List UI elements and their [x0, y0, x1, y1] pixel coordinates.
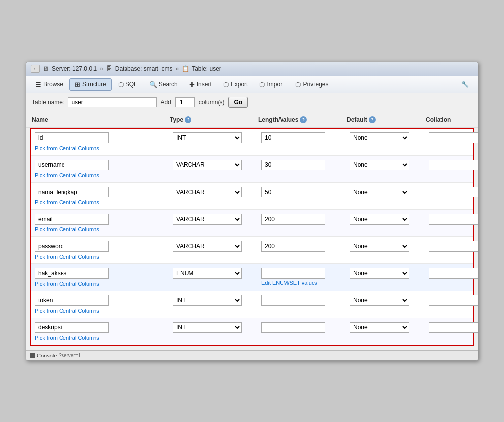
- collation-select[interactable]: [429, 268, 478, 279]
- length-cell: Edit ENUM/SET values: [259, 268, 348, 286]
- name-cell: Pick from Central Columns: [33, 132, 171, 151]
- name-cell: Pick from Central Columns: [33, 214, 171, 232]
- collation-select[interactable]: [429, 214, 478, 225]
- collation-select[interactable]: [429, 322, 478, 333]
- length-input[interactable]: [261, 268, 325, 279]
- default-select[interactable]: NoneCURRENT_TIMESTAMPNULLas defined: [350, 160, 409, 170]
- type-cell: INTVARCHARENUMTEXTDATEDATETIMEFLOATDECIM…: [171, 322, 259, 333]
- browse-icon: ☰: [35, 81, 41, 88]
- privileges-button[interactable]: ⬡ Privileges: [290, 78, 334, 91]
- pick-from-central-link[interactable]: Pick from Central Columns: [35, 335, 169, 341]
- default-select[interactable]: NoneCURRENT_TIMESTAMPNULLas defined: [350, 268, 409, 279]
- type-select[interactable]: INTVARCHARENUMTEXTDATEDATETIMEFLOATDECIM…: [173, 295, 242, 306]
- default-help-icon[interactable]: ?: [369, 116, 376, 123]
- pick-from-central-link[interactable]: Pick from Central Columns: [35, 199, 169, 205]
- pick-from-central-link[interactable]: Pick from Central Columns: [35, 281, 169, 287]
- table-name-input[interactable]: [68, 97, 157, 107]
- type-select[interactable]: INTVARCHARENUMTEXTDATEDATETIMEFLOATDECIM…: [173, 187, 242, 197]
- pick-from-central-link[interactable]: Pick from Central Columns: [35, 172, 169, 178]
- name-input[interactable]: [35, 268, 109, 279]
- collation-select[interactable]: [429, 295, 478, 306]
- name-input[interactable]: [35, 214, 109, 225]
- table-row: Pick from Central Columns INTVARCHARENUM…: [31, 210, 473, 237]
- type-select[interactable]: INTVARCHARENUMTEXTDATEDATETIMEFLOATDECIM…: [173, 132, 242, 143]
- export-button[interactable]: ⬡ Export: [218, 78, 253, 91]
- sep1: »: [100, 65, 103, 72]
- length-input[interactable]: [261, 214, 325, 225]
- name-input[interactable]: [35, 322, 109, 333]
- length-input[interactable]: [261, 187, 325, 197]
- browse-button[interactable]: ☰ Browse: [30, 78, 68, 91]
- go-button[interactable]: Go: [228, 97, 248, 108]
- header-collation: Collation: [426, 116, 478, 123]
- length-input[interactable]: [261, 241, 325, 252]
- header-type: Type ?: [170, 116, 258, 123]
- name-input[interactable]: [35, 295, 109, 306]
- header-default: Default ?: [347, 116, 426, 123]
- sep2: »: [175, 65, 179, 72]
- structure-button[interactable]: ⊞ Structure: [69, 78, 112, 91]
- type-select[interactable]: INTVARCHARENUMTEXTDATEDATETIMEFLOATDECIM…: [173, 241, 242, 252]
- length-cell: [259, 241, 348, 252]
- enum-link[interactable]: Edit ENUM/SET values: [261, 280, 346, 286]
- pick-from-central-link[interactable]: Pick from Central Columns: [35, 145, 169, 151]
- collation-select[interactable]: [429, 187, 478, 197]
- default-cell: NoneCURRENT_TIMESTAMPNULLas defined: [348, 322, 427, 333]
- table-row: Pick from Central Columns INTVARCHARENUM…: [31, 129, 473, 156]
- name-input[interactable]: [35, 241, 109, 252]
- type-cell: INTVARCHARENUMTEXTDATEDATETIMEFLOATDECIM…: [171, 295, 259, 306]
- name-cell: Pick from Central Columns: [33, 295, 171, 314]
- length-cell: [259, 160, 348, 170]
- type-select[interactable]: INTVARCHARENUMTEXTDATEDATETIMEFLOATDECIM…: [173, 160, 242, 170]
- export-icon: ⬡: [223, 81, 229, 88]
- pick-from-central-link[interactable]: Pick from Central Columns: [35, 254, 169, 260]
- sql-label: SQL: [126, 81, 137, 88]
- length-cell: [259, 214, 348, 225]
- add-label: Add: [160, 99, 171, 106]
- default-cell: NoneCURRENT_TIMESTAMPNULLas defined: [348, 295, 427, 306]
- length-help-icon[interactable]: ?: [300, 116, 307, 123]
- length-input[interactable]: [261, 322, 325, 333]
- privileges-icon: ⬡: [295, 81, 301, 88]
- add-num-input[interactable]: [175, 97, 195, 107]
- length-input[interactable]: [261, 132, 325, 143]
- pick-from-central-link[interactable]: Pick from Central Columns: [35, 227, 169, 232]
- columns-label: column(s): [199, 99, 225, 106]
- length-cell: [259, 322, 348, 333]
- type-cell: INTVARCHARENUMTEXTDATEDATETIMEFLOATDECIM…: [171, 160, 259, 170]
- name-input[interactable]: [35, 132, 109, 143]
- import-icon: ⬡: [259, 81, 265, 88]
- name-input[interactable]: [35, 160, 109, 170]
- default-select[interactable]: NoneCURRENT_TIMESTAMPNULLas defined: [350, 132, 409, 143]
- default-select[interactable]: NoneCURRENT_TIMESTAMPNULLas defined: [350, 295, 409, 306]
- db-icon: 🗄: [106, 65, 112, 72]
- length-input[interactable]: [261, 160, 325, 170]
- search-button[interactable]: 🔍 Search: [144, 78, 183, 91]
- default-select[interactable]: NoneCURRENT_TIMESTAMPNULLas defined: [350, 214, 409, 225]
- import-button[interactable]: ⬡ Import: [254, 78, 289, 91]
- default-select[interactable]: NoneCURRENT_TIMESTAMPNULLas defined: [350, 187, 409, 197]
- collation-select[interactable]: [429, 132, 478, 143]
- insert-icon: ✚: [189, 81, 195, 88]
- pick-from-central-link[interactable]: Pick from Central Columns: [35, 308, 169, 314]
- type-cell: INTVARCHARENUMTEXTDATEDATETIMEFLOATDECIM…: [171, 214, 259, 225]
- sql-icon: ⬡: [118, 81, 124, 88]
- type-select[interactable]: INTVARCHARENUMTEXTDATEDATETIMEFLOATDECIM…: [173, 322, 242, 333]
- collation-select[interactable]: [429, 241, 478, 252]
- insert-button[interactable]: ✚ Insert: [184, 78, 217, 91]
- type-cell: INTVARCHARENUMTEXTDATEDATETIMEFLOATDECIM…: [171, 268, 259, 279]
- name-cell: Pick from Central Columns: [33, 241, 171, 260]
- type-select[interactable]: INTVARCHARENUMTEXTDATEDATETIMEFLOATDECIM…: [173, 214, 242, 225]
- length-cell: [259, 187, 348, 197]
- type-select[interactable]: INTVARCHARENUMTEXTDATEDATETIMEFLOATDECIM…: [173, 268, 242, 279]
- name-input[interactable]: [35, 187, 109, 197]
- collation-select[interactable]: [429, 160, 478, 170]
- table-row: Pick from Central Columns INTVARCHARENUM…: [31, 318, 473, 345]
- default-select[interactable]: NoneCURRENT_TIMESTAMPNULLas defined: [350, 241, 409, 252]
- wrench-button[interactable]: 🔧: [456, 78, 474, 90]
- length-input[interactable]: [261, 295, 325, 306]
- back-button[interactable]: ←: [31, 65, 40, 73]
- default-select[interactable]: NoneCURRENT_TIMESTAMPNULLas defined: [350, 322, 409, 333]
- type-help-icon[interactable]: ?: [185, 116, 191, 123]
- sql-button[interactable]: ⬡ SQL: [113, 78, 143, 91]
